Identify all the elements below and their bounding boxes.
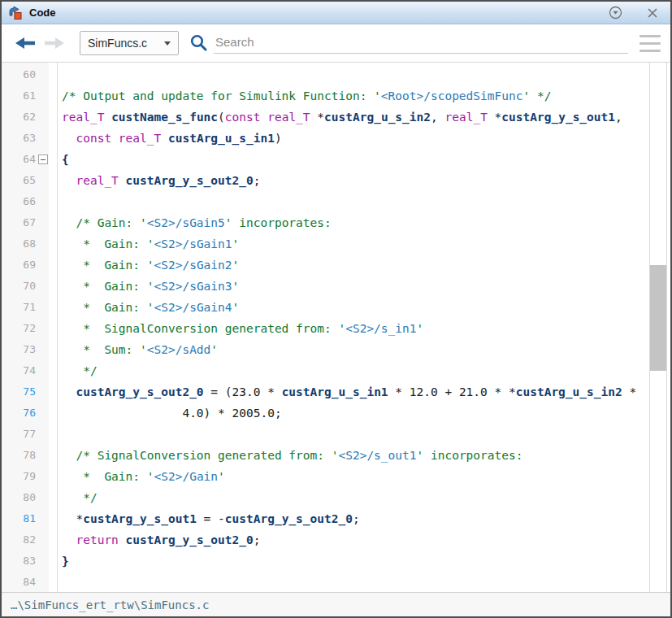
- code-trace-link[interactable]: <S2>/s_out1: [338, 449, 416, 462]
- code-token: * Gain: ': [62, 259, 154, 272]
- code-token: ): [275, 132, 282, 145]
- code-line[interactable]: *custArg_y_s_out1 = -custArg_y_s_out2_0;: [62, 508, 646, 529]
- code-trace-link[interactable]: <S2>/sGain1: [154, 237, 232, 250]
- code-line[interactable]: {: [62, 149, 646, 170]
- code-token: * 12.0 + 21.0 * *: [388, 385, 516, 398]
- code-token: = (23.0 *: [204, 385, 282, 398]
- code-line[interactable]: * Gain: '<S2>/sGain4': [62, 297, 646, 318]
- code-line[interactable]: /* Gain: '<S2>/sGain5' incorporates:: [62, 212, 646, 233]
- vertical-scrollbar[interactable]: [649, 63, 667, 592]
- code-line[interactable]: }: [62, 551, 646, 572]
- code-token: ;: [353, 512, 360, 525]
- search-input[interactable]: [214, 33, 628, 54]
- collapse-minus-icon[interactable]: [38, 154, 48, 164]
- code-token: custArg_y_s_out2_0: [126, 174, 254, 187]
- back-arrow-icon[interactable]: [15, 36, 37, 50]
- code-line[interactable]: real_T custArg_y_s_out2_0;: [62, 170, 646, 191]
- code-line[interactable]: /* SignalConversion generated from: '<S2…: [62, 445, 646, 466]
- code-token: * Gain: ': [62, 301, 154, 314]
- code-line[interactable]: 4.0) * 2005.0;: [62, 403, 646, 424]
- code-token: custArg_y_s_out2_0: [126, 533, 254, 546]
- code-token: *: [310, 111, 324, 124]
- code-trace-link[interactable]: <S2>/sAdd: [147, 343, 211, 356]
- code-line[interactable]: */: [62, 487, 646, 508]
- code-token: 4.0) * 2005.0;: [62, 407, 282, 420]
- code-trace-link[interactable]: <S2>/sGain2: [154, 259, 232, 272]
- toolbar: SimFuncs.c: [2, 24, 670, 63]
- code-token: ;: [254, 533, 261, 546]
- code-trace-link[interactable]: <S2>/s_in1: [345, 322, 416, 335]
- code-line[interactable]: */: [62, 360, 646, 381]
- code-trace-link[interactable]: <S2>/sGain3: [154, 280, 232, 293]
- code-line[interactable]: return custArg_y_s_out2_0;: [62, 529, 646, 551]
- code-line[interactable]: * Gain: '<S2>/Gain': [62, 466, 646, 487]
- code-token: ;: [254, 174, 261, 187]
- code-window: Code SimFuncs.c: [0, 0, 672, 618]
- code-token: real_T: [76, 174, 118, 187]
- line-number: 81: [2, 508, 49, 529]
- window-title: Code: [29, 7, 56, 19]
- code-line[interactable]: * Sum: '<S2>/sAdd': [62, 339, 646, 360]
- forward-arrow-icon[interactable]: [44, 36, 67, 50]
- code-token: /* Gain: ': [62, 216, 147, 229]
- code-token: real_T: [267, 111, 310, 124]
- code-token: ': [417, 322, 424, 335]
- code-token: [161, 132, 168, 145]
- code-token: * Sum: ': [62, 343, 147, 356]
- code-token: ,: [431, 111, 444, 124]
- code-line[interactable]: [62, 191, 646, 212]
- hamburger-menu-icon[interactable]: [639, 35, 661, 52]
- code-line[interactable]: real_T custName_s_func(const real_T *cus…: [62, 107, 646, 128]
- search-area: [190, 33, 628, 54]
- close-icon[interactable]: [644, 5, 661, 21]
- code-token: const: [225, 111, 261, 124]
- search-icon: [190, 34, 208, 52]
- code-line[interactable]: [62, 64, 646, 85]
- code-line[interactable]: * Gain: '<S2>/sGain1': [62, 233, 646, 255]
- code-line[interactable]: [62, 424, 646, 445]
- code-line[interactable]: * Gain: '<S2>/sGain3': [62, 276, 646, 297]
- code-token: custArg_y_s_out1: [501, 111, 615, 124]
- code-trace-link[interactable]: <S2>/Gain: [154, 470, 219, 483]
- line-number: 61: [2, 85, 49, 107]
- code-line[interactable]: const real_T custArg_u_s_in1): [62, 128, 646, 149]
- code-line[interactable]: * Gain: '<S2>/sGain2': [62, 255, 646, 276]
- code-token: ,: [615, 111, 622, 124]
- fold-column-separator: [57, 63, 58, 592]
- line-number: 74: [2, 360, 49, 381]
- code-line[interactable]: * SignalConversion generated from: '<S2>…: [62, 318, 646, 339]
- code-token: ' incorporates:: [417, 449, 523, 462]
- code-line[interactable]: custArg_y_s_out2_0 = (23.0 * custArg_u_s…: [62, 381, 646, 403]
- line-number: 67: [2, 212, 49, 233]
- dock-arrow-icon[interactable]: [607, 5, 623, 21]
- code-token: [62, 533, 76, 546]
- code-token: custArg_u_s_in1: [168, 132, 275, 145]
- code-token: ': [218, 470, 225, 483]
- code-token: ': [232, 301, 240, 314]
- code-token: /* SignalConversion generated from: ': [62, 449, 338, 462]
- code-token: ' */: [522, 89, 551, 102]
- code-token: [119, 174, 126, 187]
- file-selector-value: SimFuncs.c: [88, 37, 164, 50]
- line-number: 70: [2, 276, 49, 297]
- code-token: [260, 111, 267, 124]
- scrollbar-thumb[interactable]: [650, 265, 666, 371]
- code-line[interactable]: /* Output and update for Simulink Functi…: [62, 85, 646, 107]
- file-selector-dropdown[interactable]: SimFuncs.c: [80, 31, 179, 55]
- code-token: [62, 385, 76, 398]
- code-line[interactable]: [62, 572, 646, 592]
- code-trace-link[interactable]: <S2>/sGain4: [154, 301, 232, 314]
- code-trace-link[interactable]: <S2>/sGain5: [147, 216, 225, 229]
- code-token: ': [210, 343, 218, 356]
- code-token: [62, 174, 76, 187]
- code-token: custArg_y_s_out2_0: [225, 512, 353, 525]
- code-token: [111, 132, 119, 145]
- line-number: 75: [2, 381, 49, 403]
- code-token: return: [76, 533, 118, 546]
- code-token: *: [62, 512, 83, 525]
- line-number: 68: [2, 233, 49, 255]
- code-token: real_T: [62, 111, 104, 124]
- code-trace-link[interactable]: <Root>/scopedSimFunc: [381, 89, 523, 102]
- line-number: 72: [2, 318, 49, 339]
- line-number: 77: [2, 424, 49, 445]
